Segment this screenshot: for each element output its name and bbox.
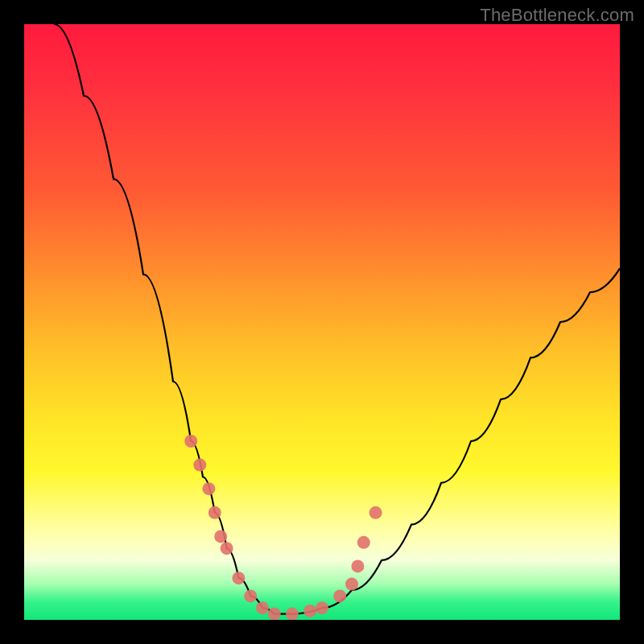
plot-area [24, 24, 620, 620]
chart-frame: TheBottleneck.com [0, 0, 644, 644]
data-point [221, 542, 233, 555]
data-point-markers [184, 435, 382, 620]
data-point [286, 608, 299, 620]
data-point [256, 601, 269, 614]
chart-svg [24, 24, 620, 620]
data-point [268, 608, 281, 620]
data-point [208, 506, 221, 519]
data-point [184, 435, 197, 448]
data-point [351, 559, 364, 572]
data-point [333, 589, 346, 602]
data-point [316, 601, 328, 614]
data-point [244, 589, 257, 602]
data-point [369, 506, 382, 519]
data-point [232, 572, 245, 584]
data-point [193, 459, 206, 472]
watermark-text: TheBottleneck.com [480, 5, 634, 26]
data-point [214, 530, 227, 543]
data-point [303, 605, 316, 617]
data-point [202, 482, 215, 495]
bottleneck-curve [54, 24, 620, 614]
data-point [357, 536, 370, 549]
data-point [345, 578, 358, 591]
